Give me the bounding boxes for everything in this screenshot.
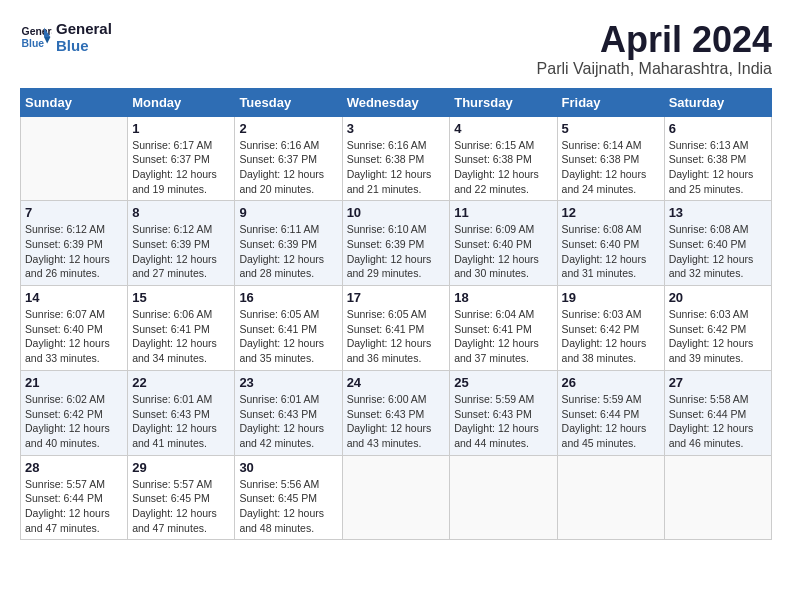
calendar-week-row: 21Sunrise: 6:02 AM Sunset: 6:42 PM Dayli… (21, 370, 772, 455)
calendar-cell: 25Sunrise: 5:59 AM Sunset: 6:43 PM Dayli… (450, 370, 557, 455)
calendar-cell: 9Sunrise: 6:11 AM Sunset: 6:39 PM Daylig… (235, 201, 342, 286)
day-info: Sunrise: 5:57 AM Sunset: 6:45 PM Dayligh… (132, 477, 230, 536)
day-number: 13 (669, 205, 767, 220)
day-info: Sunrise: 6:14 AM Sunset: 6:38 PM Dayligh… (562, 138, 660, 197)
svg-marker-3 (44, 37, 50, 43)
calendar-cell: 4Sunrise: 6:15 AM Sunset: 6:38 PM Daylig… (450, 116, 557, 201)
calendar: SundayMondayTuesdayWednesdayThursdayFrid… (20, 88, 772, 541)
day-number: 18 (454, 290, 552, 305)
logo-line2: Blue (56, 37, 112, 54)
day-number: 25 (454, 375, 552, 390)
calendar-cell (664, 455, 771, 540)
day-number: 28 (25, 460, 123, 475)
calendar-cell (342, 455, 450, 540)
day-info: Sunrise: 6:16 AM Sunset: 6:37 PM Dayligh… (239, 138, 337, 197)
day-number: 16 (239, 290, 337, 305)
day-number: 6 (669, 121, 767, 136)
calendar-cell: 8Sunrise: 6:12 AM Sunset: 6:39 PM Daylig… (128, 201, 235, 286)
day-info: Sunrise: 5:59 AM Sunset: 6:43 PM Dayligh… (454, 392, 552, 451)
calendar-cell (21, 116, 128, 201)
day-info: Sunrise: 6:01 AM Sunset: 6:43 PM Dayligh… (239, 392, 337, 451)
calendar-cell: 12Sunrise: 6:08 AM Sunset: 6:40 PM Dayli… (557, 201, 664, 286)
day-number: 3 (347, 121, 446, 136)
calendar-cell: 18Sunrise: 6:04 AM Sunset: 6:41 PM Dayli… (450, 286, 557, 371)
calendar-cell: 28Sunrise: 5:57 AM Sunset: 6:44 PM Dayli… (21, 455, 128, 540)
weekday-header: Wednesday (342, 88, 450, 116)
day-number: 27 (669, 375, 767, 390)
calendar-week-row: 28Sunrise: 5:57 AM Sunset: 6:44 PM Dayli… (21, 455, 772, 540)
calendar-cell: 22Sunrise: 6:01 AM Sunset: 6:43 PM Dayli… (128, 370, 235, 455)
day-number: 21 (25, 375, 123, 390)
day-number: 7 (25, 205, 123, 220)
calendar-week-row: 1Sunrise: 6:17 AM Sunset: 6:37 PM Daylig… (21, 116, 772, 201)
weekday-header: Thursday (450, 88, 557, 116)
day-number: 14 (25, 290, 123, 305)
day-number: 22 (132, 375, 230, 390)
calendar-cell (557, 455, 664, 540)
day-info: Sunrise: 6:06 AM Sunset: 6:41 PM Dayligh… (132, 307, 230, 366)
day-number: 1 (132, 121, 230, 136)
logo-icon: General Blue (20, 21, 52, 53)
day-info: Sunrise: 6:10 AM Sunset: 6:39 PM Dayligh… (347, 222, 446, 281)
calendar-cell: 20Sunrise: 6:03 AM Sunset: 6:42 PM Dayli… (664, 286, 771, 371)
day-info: Sunrise: 6:17 AM Sunset: 6:37 PM Dayligh… (132, 138, 230, 197)
calendar-week-row: 14Sunrise: 6:07 AM Sunset: 6:40 PM Dayli… (21, 286, 772, 371)
day-info: Sunrise: 6:03 AM Sunset: 6:42 PM Dayligh… (562, 307, 660, 366)
calendar-cell: 1Sunrise: 6:17 AM Sunset: 6:37 PM Daylig… (128, 116, 235, 201)
calendar-cell: 14Sunrise: 6:07 AM Sunset: 6:40 PM Dayli… (21, 286, 128, 371)
day-number: 29 (132, 460, 230, 475)
day-info: Sunrise: 6:16 AM Sunset: 6:38 PM Dayligh… (347, 138, 446, 197)
calendar-cell: 17Sunrise: 6:05 AM Sunset: 6:41 PM Dayli… (342, 286, 450, 371)
calendar-cell: 26Sunrise: 5:59 AM Sunset: 6:44 PM Dayli… (557, 370, 664, 455)
calendar-cell: 13Sunrise: 6:08 AM Sunset: 6:40 PM Dayli… (664, 201, 771, 286)
day-info: Sunrise: 6:08 AM Sunset: 6:40 PM Dayligh… (669, 222, 767, 281)
day-number: 2 (239, 121, 337, 136)
header: General Blue General Blue April 2024 Par… (20, 20, 772, 78)
day-info: Sunrise: 5:59 AM Sunset: 6:44 PM Dayligh… (562, 392, 660, 451)
month-title: April 2024 (537, 20, 772, 60)
calendar-cell: 30Sunrise: 5:56 AM Sunset: 6:45 PM Dayli… (235, 455, 342, 540)
day-number: 8 (132, 205, 230, 220)
day-info: Sunrise: 5:57 AM Sunset: 6:44 PM Dayligh… (25, 477, 123, 536)
day-number: 20 (669, 290, 767, 305)
day-info: Sunrise: 6:12 AM Sunset: 6:39 PM Dayligh… (25, 222, 123, 281)
day-number: 9 (239, 205, 337, 220)
day-info: Sunrise: 5:58 AM Sunset: 6:44 PM Dayligh… (669, 392, 767, 451)
day-number: 30 (239, 460, 337, 475)
day-info: Sunrise: 6:01 AM Sunset: 6:43 PM Dayligh… (132, 392, 230, 451)
calendar-cell: 2Sunrise: 6:16 AM Sunset: 6:37 PM Daylig… (235, 116, 342, 201)
calendar-week-row: 7Sunrise: 6:12 AM Sunset: 6:39 PM Daylig… (21, 201, 772, 286)
location-title: Parli Vaijnath, Maharashtra, India (537, 60, 772, 78)
day-number: 12 (562, 205, 660, 220)
title-area: April 2024 Parli Vaijnath, Maharashtra, … (537, 20, 772, 78)
day-number: 5 (562, 121, 660, 136)
day-number: 26 (562, 375, 660, 390)
calendar-cell: 27Sunrise: 5:58 AM Sunset: 6:44 PM Dayli… (664, 370, 771, 455)
day-info: Sunrise: 6:05 AM Sunset: 6:41 PM Dayligh… (239, 307, 337, 366)
day-info: Sunrise: 6:11 AM Sunset: 6:39 PM Dayligh… (239, 222, 337, 281)
calendar-cell (450, 455, 557, 540)
calendar-cell: 3Sunrise: 6:16 AM Sunset: 6:38 PM Daylig… (342, 116, 450, 201)
weekday-header: Sunday (21, 88, 128, 116)
day-info: Sunrise: 6:12 AM Sunset: 6:39 PM Dayligh… (132, 222, 230, 281)
day-info: Sunrise: 6:00 AM Sunset: 6:43 PM Dayligh… (347, 392, 446, 451)
weekday-header: Friday (557, 88, 664, 116)
calendar-cell: 29Sunrise: 5:57 AM Sunset: 6:45 PM Dayli… (128, 455, 235, 540)
day-info: Sunrise: 6:13 AM Sunset: 6:38 PM Dayligh… (669, 138, 767, 197)
day-number: 24 (347, 375, 446, 390)
logo: General Blue General Blue (20, 20, 112, 55)
day-info: Sunrise: 5:56 AM Sunset: 6:45 PM Dayligh… (239, 477, 337, 536)
day-number: 4 (454, 121, 552, 136)
logo-line1: General (56, 20, 112, 37)
calendar-cell: 6Sunrise: 6:13 AM Sunset: 6:38 PM Daylig… (664, 116, 771, 201)
calendar-cell: 10Sunrise: 6:10 AM Sunset: 6:39 PM Dayli… (342, 201, 450, 286)
calendar-cell: 24Sunrise: 6:00 AM Sunset: 6:43 PM Dayli… (342, 370, 450, 455)
day-number: 11 (454, 205, 552, 220)
day-info: Sunrise: 6:08 AM Sunset: 6:40 PM Dayligh… (562, 222, 660, 281)
calendar-header-row: SundayMondayTuesdayWednesdayThursdayFrid… (21, 88, 772, 116)
day-info: Sunrise: 6:03 AM Sunset: 6:42 PM Dayligh… (669, 307, 767, 366)
day-info: Sunrise: 6:05 AM Sunset: 6:41 PM Dayligh… (347, 307, 446, 366)
day-info: Sunrise: 6:07 AM Sunset: 6:40 PM Dayligh… (25, 307, 123, 366)
day-number: 10 (347, 205, 446, 220)
day-info: Sunrise: 6:15 AM Sunset: 6:38 PM Dayligh… (454, 138, 552, 197)
